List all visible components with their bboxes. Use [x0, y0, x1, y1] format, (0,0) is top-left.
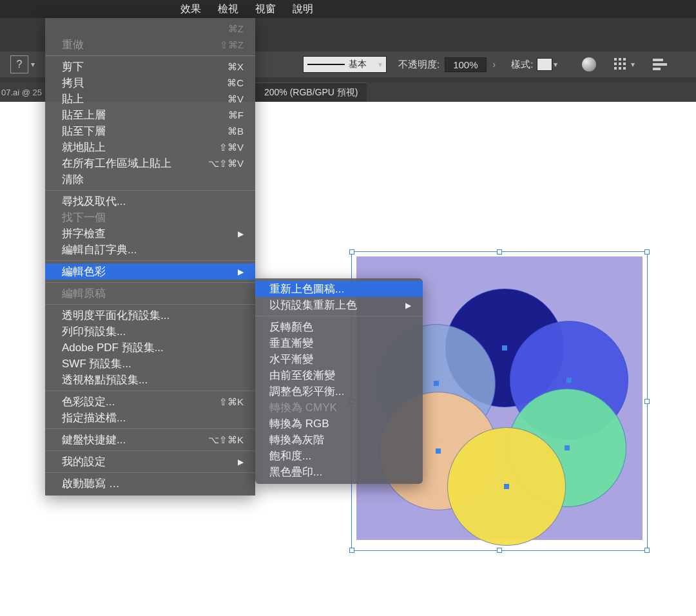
menu-item-label: 由前至後漸變 — [269, 368, 335, 383]
menu-item[interactable]: 尋找及取代... — [45, 193, 255, 209]
menu-item[interactable]: 垂直漸變 — [255, 335, 423, 351]
menu-item-label: 黑色疊印... — [269, 465, 322, 479]
menu-item-label: 我的設定 — [62, 454, 106, 469]
submenu-arrow-icon: ▶ — [238, 267, 244, 276]
resize-handle-s[interactable] — [497, 548, 502, 553]
menu-separator — [45, 450, 255, 451]
resize-handle-e[interactable] — [644, 399, 650, 404]
menu-separator — [45, 282, 255, 283]
menu-item[interactable]: 飽和度... — [255, 448, 423, 464]
stroke-preset-label: 基本 — [349, 59, 367, 70]
workspace: 效果 檢視 視窗 說明 ? ▾ 基本 ▾ 不透明度: 100% › 樣式: ▾ … — [0, 0, 696, 616]
submenu-arrow-icon: ▶ — [238, 229, 244, 238]
menu-shortcut: ⌘B — [227, 126, 244, 137]
opacity-value[interactable]: 100% — [445, 57, 486, 72]
menu-shortcut: ⇧⌘V — [219, 142, 244, 153]
style-label: 樣式: — [511, 59, 533, 71]
menu-item[interactable]: 反轉顏色 — [255, 319, 423, 335]
menu-item[interactable]: 黑色疊印... — [255, 464, 423, 480]
menu-item[interactable]: 水平漸變 — [255, 351, 423, 367]
menu-shortcut: ⌘X — [227, 61, 244, 73]
align-icon[interactable] — [653, 59, 667, 70]
menu-item[interactable]: 列印預設集... — [45, 323, 255, 340]
opacity-label: 不透明度: — [398, 59, 440, 71]
chevron-right-icon[interactable]: › — [493, 59, 496, 70]
menu-item-label: 透視格點預設集... — [62, 372, 148, 387]
chevron-down-icon: ▾ — [631, 60, 635, 69]
menu-effects[interactable]: 效果 — [180, 3, 201, 16]
menu-item[interactable]: 由前至後漸變 — [255, 367, 423, 383]
menu-item-label: 轉換為 RGB — [269, 416, 329, 431]
menu-item[interactable]: SWF 預設集... — [45, 356, 255, 372]
resize-handle-n[interactable] — [497, 249, 502, 255]
style-swatch[interactable] — [537, 58, 552, 71]
document-tab[interactable]: 200% (RGB/GPU 預視) — [255, 82, 367, 102]
resize-handle-nw[interactable] — [349, 249, 354, 255]
menu-shortcut: ⌘V — [227, 93, 244, 105]
chevron-down-icon: ▾ — [378, 60, 382, 69]
edit-colors-submenu[interactable]: 重新上色圖稿...以預設集重新上色▶反轉顏色垂直漸變水平漸變由前至後漸變調整色彩… — [255, 278, 423, 484]
menu-item[interactable]: 拼字檢查▶ — [45, 226, 255, 242]
menu-item[interactable]: 啟動聽寫 … — [45, 476, 255, 492]
menu-item[interactable]: 清除 — [45, 171, 255, 188]
menu-item[interactable]: 色彩設定...⇧⌘K — [45, 394, 255, 410]
menu-shortcut: ⇧⌘Z — [220, 39, 244, 51]
menu-item[interactable]: 剪下⌘X — [45, 59, 255, 75]
menu-item[interactable]: 透明度平面化預設集... — [45, 307, 255, 323]
menu-item-label: 編輯色彩 — [62, 264, 106, 279]
menu-item-label: Adobe PDF 預設集... — [62, 340, 164, 355]
menu-item-label: 剪下 — [62, 59, 84, 74]
menu-window[interactable]: 視窗 — [255, 3, 276, 16]
menu-item[interactable]: 轉換為灰階 — [255, 432, 423, 448]
menu-item-label: 透明度平面化預設集... — [62, 308, 169, 323]
resize-handle-sw[interactable] — [349, 548, 354, 553]
menu-item[interactable]: 指定描述檔... — [45, 410, 255, 426]
menu-item[interactable]: 鍵盤快捷鍵...⌥⇧⌘K — [45, 432, 255, 448]
menu-item-label: 編輯自訂字典... — [62, 242, 137, 257]
menu-separator — [45, 260, 255, 261]
edit-menu-dropdown[interactable]: ⌘Z重做⇧⌘Z剪下⌘X拷貝⌘C貼上⌘V貼至上層⌘F貼至下層⌘B就地貼上⇧⌘V在所… — [45, 18, 255, 496]
submenu-arrow-icon: ▶ — [238, 457, 244, 467]
menu-item-label: 轉換為灰階 — [269, 432, 324, 447]
menu-item[interactable]: 透視格點預設集... — [45, 372, 255, 388]
menu-item[interactable]: 調整色彩平衡... — [255, 383, 423, 399]
menu-item-label: 在所有工作區域上貼上 — [62, 156, 171, 171]
menu-item[interactable]: 拷貝⌘C — [45, 75, 255, 91]
resize-handle-se[interactable] — [644, 548, 650, 553]
menu-item-label: 清除 — [62, 172, 84, 187]
menu-item[interactable]: 貼至上層⌘F — [45, 107, 255, 123]
menu-separator — [45, 390, 255, 391]
stroke-preset-dropdown[interactable]: 基本 ▾ — [303, 56, 387, 73]
submenu-arrow-icon: ▶ — [405, 301, 411, 310]
menu-view[interactable]: 檢視 — [218, 3, 238, 16]
menu-shortcut: ⇧⌘K — [219, 396, 244, 408]
menu-item-label: 色彩設定... — [62, 394, 115, 409]
menu-item-label: 轉換為 CMYK — [269, 400, 337, 415]
resize-handle-ne[interactable] — [644, 249, 650, 255]
menu-separator — [255, 316, 423, 316]
menu-item[interactable]: Adobe PDF 預設集... — [45, 340, 255, 356]
menu-item[interactable]: 在所有工作區域上貼上⌥⇧⌘V — [45, 155, 255, 171]
menu-item[interactable]: 我的設定▶ — [45, 454, 255, 470]
menu-item[interactable]: 編輯色彩▶ — [45, 264, 255, 280]
menu-shortcut: ⌥⇧⌘K — [208, 434, 244, 446]
menu-item-label: 編輯原稿 — [62, 286, 106, 301]
help-dropdown[interactable]: ? ▾ — [0, 55, 45, 73]
menu-item[interactable]: 就地貼上⇧⌘V — [45, 139, 255, 155]
menu-item[interactable]: 貼至下層⌘B — [45, 123, 255, 139]
menu-item[interactable]: 編輯自訂字典... — [45, 242, 255, 258]
menu-help[interactable]: 說明 — [293, 3, 313, 16]
menu-item: 編輯原稿 — [45, 285, 255, 302]
globe-icon[interactable] — [582, 57, 596, 72]
align-grid-icon[interactable] — [614, 58, 630, 71]
menu-item[interactable]: 重新上色圖稿... — [255, 281, 423, 297]
menu-item[interactable]: 貼上⌘V — [45, 91, 255, 107]
menu-separator — [45, 190, 255, 191]
menu-item[interactable]: 轉換為 RGB — [255, 416, 423, 432]
menu-item-label: 飽和度... — [269, 448, 311, 463]
menu-item-label: 找下一個 — [62, 210, 106, 225]
menu-item-label: 貼至上層 — [62, 108, 106, 122]
chevron-down-icon: ▾ — [554, 60, 557, 69]
help-icon: ? — [10, 55, 28, 73]
menu-item[interactable]: 以預設集重新上色▶ — [255, 297, 423, 313]
